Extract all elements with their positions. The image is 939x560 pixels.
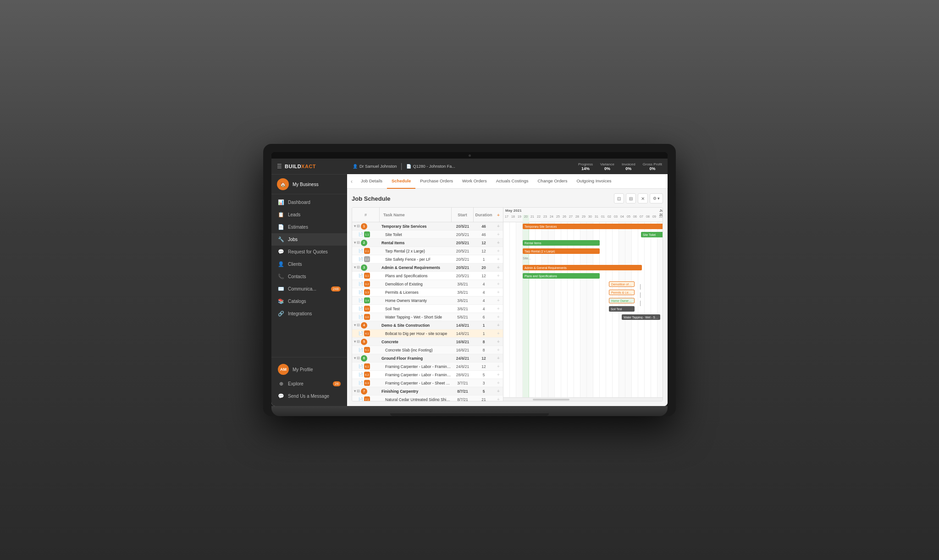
profile-label: My Profile: [293, 367, 313, 372]
stat-gp-value: 0%: [643, 166, 662, 171]
row-add[interactable]: +: [494, 339, 503, 344]
sidebar-item-rfq[interactable]: 💬 Request for Quotes: [271, 246, 347, 258]
sidebar-item-estimates[interactable]: 📄 Estimates: [271, 221, 347, 233]
row-dur: 12: [474, 274, 494, 278]
row-add[interactable]: +: [494, 347, 503, 352]
row-hash: ▾ ⊟ 5: [352, 339, 380, 345]
gantt-bar-water[interactable]: Water Tapping - Wet - Short Side: [622, 314, 660, 320]
table-row: 📄 3.1 Plans and Specifications 20/5/21 1…: [352, 272, 503, 280]
row-add[interactable]: +: [494, 364, 503, 369]
main-content: 👤 Dr Samuel Johnston | 📄 Q1280 - Johnsto…: [347, 159, 668, 406]
gantt-bar-warranty[interactable]: Home Owners Warr...: [609, 298, 635, 303]
clients-icon: 👤: [278, 261, 284, 267]
tab-job-details[interactable]: Job Details: [356, 174, 387, 189]
gantt-bar-admin[interactable]: Admin & General Requirements: [523, 265, 642, 270]
row-add[interactable]: +: [494, 306, 503, 311]
hamburger-icon[interactable]: ☰: [277, 163, 282, 170]
col-start: Start: [452, 208, 474, 222]
sidebar-item-contacts[interactable]: 📞 Contacts: [271, 270, 347, 283]
gantt-bar-temp-site[interactable]: Temporary Site Services: [523, 224, 663, 229]
stat-invoiced-label: Invoiced: [622, 162, 635, 166]
row-add[interactable]: +: [494, 323, 503, 328]
row-add[interactable]: +: [494, 298, 503, 303]
bar-label: Soil Test: [611, 307, 622, 311]
close-button[interactable]: ✕: [638, 193, 648, 203]
expand-button[interactable]: ⊡: [614, 193, 624, 203]
sidebar-item-explore[interactable]: ⊕ Explore 26: [271, 378, 347, 390]
communications-badge: 248: [331, 286, 341, 291]
table-row: ▾ ⊟ 6 Ground Floor Framing 24/6/21 12 +: [352, 354, 503, 362]
row-hash: 📄 6.2: [352, 372, 380, 378]
row-task-name: Admin & General Requirements: [380, 265, 452, 270]
row-add[interactable]: +: [494, 380, 503, 385]
sidebar-item-communications[interactable]: ✉️ Communica... 248: [271, 283, 347, 295]
row-hash: 📄 2.2: [352, 256, 380, 262]
gantt-bar-tarp[interactable]: Tarp Rental (2 x Large): [523, 248, 600, 254]
sidebar-item-jobs[interactable]: 🔧 Jobs: [271, 233, 347, 246]
row-add[interactable]: +: [494, 372, 503, 377]
row-add[interactable]: +: [494, 314, 503, 319]
back-button[interactable]: ‹: [351, 178, 353, 185]
col-add[interactable]: +: [494, 208, 503, 222]
row-hash: ▾ ⊟ 4: [352, 322, 380, 329]
row-dur: 12: [474, 241, 494, 245]
bar-label-small: Site...: [523, 257, 531, 260]
row-hash: ▾ ⊟ 3: [352, 264, 380, 271]
sidebar-nav: 📊 Dashboard 📋 Leads 📄 Estimates 🔧 Jobs: [271, 194, 347, 357]
table-row: 📄 4.1 Bobcat to Dig per Hour - site scra…: [352, 329, 503, 338]
gantt-bar-soil[interactable]: Soil Test: [609, 306, 635, 312]
tab-work-orders[interactable]: Work Orders: [458, 174, 492, 189]
row-add[interactable]: +: [494, 389, 503, 394]
gantt-header-left: # Task Name Start Duration: [352, 208, 503, 222]
sidebar-item-leads[interactable]: 📋 Leads: [271, 209, 347, 221]
tab-outgoing-invoices[interactable]: Outgoing Invoices: [572, 174, 616, 189]
sidebar-item-clients[interactable]: 👤 Clients: [271, 258, 347, 270]
row-dur: 46: [474, 224, 494, 229]
scrollbar-thumb[interactable]: [533, 399, 569, 401]
bar-label: Rental Items: [525, 242, 541, 245]
tab-actuals-costings[interactable]: Actuals Costings: [492, 174, 533, 189]
row-add[interactable]: +: [494, 397, 503, 401]
bar-label: Site Toilet: [643, 233, 656, 236]
connector-line: [640, 292, 641, 298]
sidebar-item-integrations[interactable]: 🔗 Integrations: [271, 307, 347, 320]
horizontal-scrollbar[interactable]: [503, 397, 663, 401]
gantt-bar-site-toilet[interactable]: Site Toilet: [641, 232, 663, 237]
row-hash: 📄 3.5: [352, 306, 380, 312]
tab-schedule[interactable]: Schedule: [387, 174, 415, 189]
sidebar-item-catalogs[interactable]: 📚 Catalogs: [271, 295, 347, 307]
sidebar-logo: ☰ BUILDXACT: [271, 159, 347, 175]
collapse-button[interactable]: ⊟: [626, 193, 636, 203]
row-add[interactable]: +: [494, 248, 503, 253]
tab-purchase-orders[interactable]: Purchase Orders: [415, 174, 458, 189]
sidebar-brand[interactable]: 🏠 My Business: [271, 175, 347, 194]
sidebar-item-send-message[interactable]: 💬 Send Us a Message: [271, 390, 347, 402]
row-add[interactable]: +: [494, 257, 503, 262]
row-add[interactable]: +: [494, 273, 503, 278]
row-hash: 📄 3.6: [352, 314, 380, 320]
row-add[interactable]: +: [494, 232, 503, 237]
gantt-bar-plans[interactable]: Plans and Specifications: [523, 273, 600, 279]
row-start: 3/7/21: [452, 381, 474, 385]
gantt-bar-permits[interactable]: Permits & Licenses: [609, 290, 635, 295]
profile-section[interactable]: AM My Profile: [271, 361, 347, 378]
stat-progress-value: 14%: [578, 166, 593, 171]
table-row: 📄 3.4 Home Owners Warranty 3/6/21 4 +: [352, 296, 503, 305]
row-add[interactable]: +: [494, 356, 503, 361]
settings-button[interactable]: ⚙ ▾: [650, 193, 663, 203]
bar-label: Home Owners Warr...: [611, 299, 632, 302]
row-start: 20/5/21: [452, 257, 474, 262]
sidebar-item-dashboard[interactable]: 📊 Dashboard: [271, 196, 347, 209]
tab-change-orders[interactable]: Change Orders: [533, 174, 572, 189]
row-add[interactable]: +: [494, 281, 503, 286]
jobs-icon: 🔧: [278, 236, 284, 242]
row-add[interactable]: +: [494, 224, 503, 229]
col-hash: #: [352, 208, 380, 222]
row-add[interactable]: +: [494, 290, 503, 295]
content-area: Job Schedule ⊡ ⊟ ✕ ⚙ ▾: [347, 189, 668, 406]
gantt-bar-rental[interactable]: Rental Items: [523, 240, 600, 246]
gantt-bar-demo[interactable]: Demolition of Existing: [609, 281, 635, 287]
row-add[interactable]: +: [494, 331, 503, 336]
row-add[interactable]: +: [494, 265, 503, 270]
row-add[interactable]: +: [494, 240, 503, 245]
